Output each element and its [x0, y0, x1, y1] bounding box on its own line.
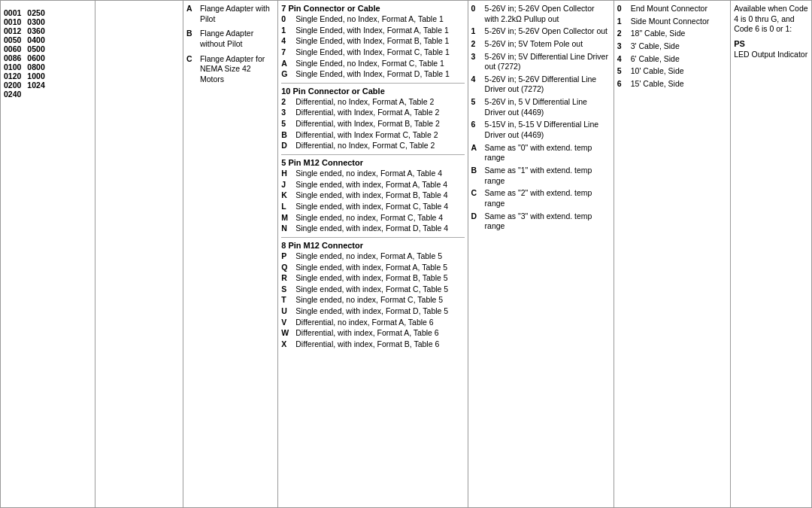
connector-section-title: 5 Pin M12 Connector	[281, 158, 464, 167]
connector-item: 5Differential, with Index, Format B, Tab…	[281, 119, 464, 129]
output-text: Same as "2" with extend. temp range	[485, 188, 611, 208]
connector-section: 10 Pin Connector or Cable2Differential, …	[281, 83, 464, 151]
size-right: 0500	[27, 44, 44, 53]
output-item: 35-26V in; 5V Differential Line Driver o…	[471, 52, 611, 72]
connector-item-text: Single Ended, with Index, Format A, Tabl…	[295, 26, 449, 36]
output-text: 5-26V in; 5V Differential Line Driver ou…	[485, 52, 611, 72]
connector-item-text: Single ended, with index, Format B, Tabl…	[295, 273, 447, 284]
connector-item-text: Single Ended, no Index, Format C, Table …	[295, 59, 444, 69]
connector-item-code: N	[281, 224, 293, 234]
size-pair: 01201000	[4, 71, 92, 81]
output-code: 6	[471, 120, 482, 140]
connector-item: MSingle ended, no index, Format C, Table…	[281, 213, 464, 224]
cable-item: 0End Mount Connector	[617, 4, 727, 14]
ps-label: PS	[734, 39, 808, 48]
connector-item-code: H	[281, 169, 293, 179]
cable-code: 6	[617, 79, 628, 90]
output-text: 5-26V in; 5-26V Open Collector with 2.2k…	[485, 4, 611, 24]
cable-item: 33' Cable, Side	[617, 41, 727, 52]
connector-item-text: Differential, with index, Format B, Tabl…	[295, 339, 439, 350]
connector-section-title: 7 Pin Connector or Cable	[281, 4, 464, 13]
cable-item: 46' Cable, Side	[617, 54, 727, 65]
output-text: Same as "0" with extend. temp range	[485, 143, 611, 163]
main-table: 0001025000100300001203600050040000600500…	[0, 0, 812, 508]
output-code: 3	[471, 52, 482, 72]
cable-item: 218" Cable, Side	[617, 29, 727, 39]
connector-item-code: W	[281, 328, 293, 339]
connector-item: 1Single Ended, with Index, Format A, Tab…	[281, 26, 464, 36]
connector-item-text: Single Ended, no Index, Format A, Table …	[295, 14, 444, 25]
output-text: 5-15V in, 5-15 V Differential Line Drive…	[485, 120, 611, 140]
ps-text: LED Output Indicator	[734, 50, 808, 60]
connector-item-text: Single ended, with index, Format D, Tabl…	[295, 224, 448, 234]
size-right: 0400	[27, 35, 44, 44]
cable-text: End Mount Connector	[631, 4, 707, 14]
connector-item-text: Differential, with Index Format C, Table…	[295, 130, 438, 141]
size-pair: 00600500	[4, 44, 92, 53]
connector-item: 3Differential, with Index, Format A, Tab…	[281, 108, 464, 118]
connector-item-code: B	[281, 130, 293, 141]
connector-item-code: T	[281, 295, 293, 306]
connector-item-code: V	[281, 318, 293, 328]
connector-item: SSingle ended, with index, Format C, Tab…	[281, 284, 464, 295]
cable-text: 18" Cable, Side	[631, 29, 686, 39]
connector-item-code: X	[281, 339, 293, 350]
connector-item: NSingle ended, with index, Format D, Tab…	[281, 224, 464, 234]
connector-item-code: S	[281, 284, 293, 295]
output-code: 1	[471, 26, 482, 37]
output-text: Same as "3" with extend. temp range	[485, 211, 611, 232]
size-right: 0600	[27, 53, 44, 62]
size-left: 0100	[4, 62, 21, 71]
size-right: 1024	[27, 81, 44, 90]
cable-code: 0	[617, 4, 628, 14]
mount-code: C	[186, 54, 197, 85]
output-text: 5-26V in; 5-26V Open Collector out	[485, 26, 607, 37]
cable-item: 615' Cable, Side	[617, 79, 727, 90]
connector-column: 7 Pin Connector or Cable0Single Ended, n…	[278, 1, 468, 507]
connector-item-text: Single ended, no index, Format C, Table …	[295, 213, 443, 224]
connector-item-text: Single ended, with index, Format A, Tabl…	[295, 263, 447, 273]
connector-item: HSingle ended, no index, Format A, Table…	[281, 169, 464, 179]
connector-item-code: 4	[281, 36, 293, 47]
connector-item: USingle ended, with index, Format D, Tab…	[281, 306, 464, 317]
connector-item: ASingle Ended, no Index, Format C, Table…	[281, 59, 464, 69]
output-text: 5-26V in, 5 V Differential Line Driver o…	[485, 97, 611, 117]
connector-section: 5 Pin M12 ConnectorHSingle ended, no ind…	[281, 154, 464, 234]
output-code: A	[471, 143, 482, 163]
output-item: 55-26V in, 5 V Differential Line Driver …	[471, 97, 611, 117]
size-left: 0120	[4, 71, 21, 81]
connector-item: 2Differential, no Index, Format A, Table…	[281, 97, 464, 108]
size-pair: 00100300	[4, 17, 92, 26]
connector-item: RSingle ended, with index, Format B, Tab…	[281, 273, 464, 284]
cable-item: 510' Cable, Side	[617, 66, 727, 77]
connector-item-code: U	[281, 306, 293, 317]
size-pair: 00860600	[4, 53, 92, 62]
connector-item-code: 1	[281, 26, 293, 36]
size-pair: 01000800	[4, 62, 92, 71]
code-note: Available when Code 4 is 0 thru G, and C…	[734, 4, 808, 35]
connector-item-text: Differential, no index, Format A, Table …	[295, 318, 433, 328]
size-left: 0001	[4, 8, 21, 17]
connector-item: DDifferential, no Index, Format C, Table…	[281, 141, 464, 151]
connector-item-code: R	[281, 273, 293, 284]
size-left: 0240	[4, 90, 21, 99]
mount-label: Flange Adapter for NEMA Size 42 Motors	[200, 54, 274, 85]
output-code: D	[471, 211, 482, 232]
size-pair: 00010250	[4, 8, 92, 17]
size-column	[95, 1, 183, 507]
mount-label: Flange Adapter with Pilot	[200, 4, 274, 24]
output-item: CSame as "2" with extend. temp range	[471, 188, 611, 208]
connector-item: 0Single Ended, no Index, Format A, Table…	[281, 14, 464, 25]
connector-item-text: Single ended, with index, Format C, Tabl…	[295, 284, 448, 295]
code-column: Available when Code 4 is 0 thru G, and C…	[731, 1, 811, 507]
connector-item: QSingle ended, with index, Format A, Tab…	[281, 263, 464, 273]
connector-item-code: M	[281, 213, 293, 224]
cable-code: 1	[617, 17, 628, 27]
cable-text: 10' Cable, Side	[631, 66, 684, 77]
size-left: 0010	[4, 17, 21, 26]
cable-text: 6' Cable, Side	[631, 54, 680, 65]
mount-item: AFlange Adapter with Pilot	[186, 4, 274, 24]
connector-item: PSingle ended, no index, Format A, Table…	[281, 251, 464, 262]
connector-item-code: P	[281, 251, 293, 262]
size-right: 1000	[27, 71, 44, 81]
